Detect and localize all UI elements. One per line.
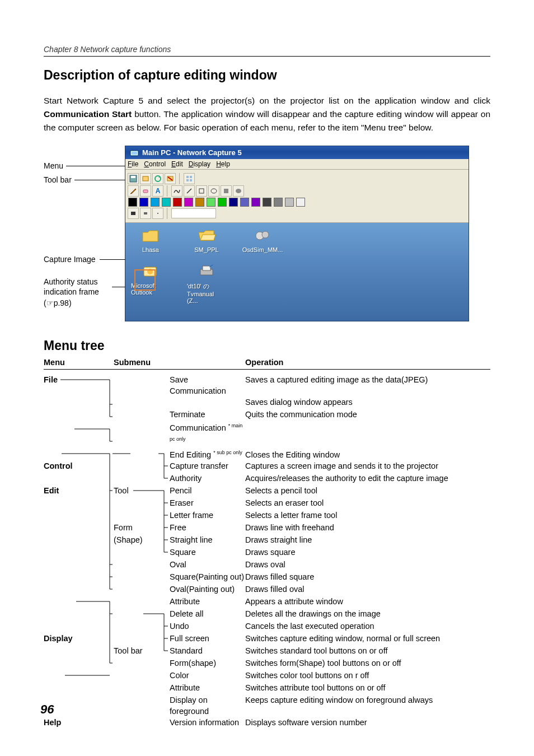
tree-sub2-cell: Letter frame (170, 510, 245, 521)
color-swatch[interactable] (139, 198, 148, 207)
color-swatch[interactable] (251, 198, 260, 207)
tree-sub2-cell: Free (170, 522, 245, 533)
label-auth3: (☞p.98) (44, 298, 72, 307)
menubar[interactable]: FFileile Control Edit Display Help (125, 159, 469, 170)
color-swatch[interactable] (229, 198, 238, 207)
desktop-icon[interactable]: Lhasa (131, 227, 170, 253)
line-thick-icon[interactable] (128, 208, 139, 219)
tree-sub2-cell: Square(Painting out) (170, 571, 245, 582)
letter-frame-icon[interactable]: A (152, 185, 163, 197)
desktop-icon-label: SM_PPL (194, 246, 218, 253)
color-swatch[interactable] (151, 198, 160, 207)
svg-rect-1 (132, 152, 137, 155)
authority-indication-frame (134, 269, 156, 291)
tree-operation-cell: Selects a pencil tool (245, 485, 490, 496)
color-swatch[interactable] (207, 198, 216, 207)
grid-icon[interactable] (184, 173, 195, 184)
color-swatch[interactable] (263, 198, 271, 207)
color-swatch[interactable] (240, 198, 249, 207)
menu-help[interactable]: Help (216, 160, 230, 168)
svg-rect-3 (131, 176, 135, 178)
desktop-icon[interactable]: SM_PPL (187, 227, 226, 253)
tree-menu-cell: Help (44, 717, 114, 728)
menu-edit[interactable]: Edit (171, 160, 183, 168)
pencil-icon[interactable] (128, 185, 139, 197)
window-titlebar: Main PC - Network Capture 5 (125, 146, 469, 159)
tree-sub2-cell: Standard (170, 645, 245, 656)
svg-rect-18 (131, 212, 135, 215)
tree-operation-cell: Draws filled square (245, 571, 490, 582)
tree-operation-cell: Draws oval (245, 559, 490, 570)
tree-row: EditToolPencilSelects a pencil tool (44, 485, 490, 497)
free-line-icon[interactable] (171, 185, 182, 197)
square-icon[interactable] (196, 185, 207, 197)
tree-row: AuthorityAcquires/releases the authority… (44, 473, 490, 485)
desktop-icon[interactable]: 'dt10' の Tvmanual (Z... (187, 263, 226, 304)
label-menu: Menu (44, 161, 63, 170)
svg-line-13 (187, 189, 191, 193)
svg-rect-26 (203, 266, 210, 270)
tree-operation-cell: Captures a screen image and sends it to … (245, 460, 490, 472)
intro-bold: Communication Start (44, 109, 132, 119)
tree-menu-cell: Display (44, 633, 114, 644)
tree-row: Delete allDeletes all the drawings on th… (44, 608, 490, 620)
color-swatch[interactable] (162, 198, 171, 207)
desktop-icon-label: Lhasa (142, 246, 159, 253)
tree-operation-cell: Draws square (245, 547, 490, 558)
svg-rect-14 (199, 189, 204, 193)
tree-row: Form(shape)Switches form(Shape) tool but… (44, 657, 490, 670)
desktop-icon[interactable]: OsdSim_MM... (243, 227, 282, 253)
tree-row: FormFreeDraws line with freehand (44, 522, 490, 534)
app-window: Main PC - Network Capture 5 FFileile Con… (125, 146, 469, 321)
tree-row: AttributeAppears a attribute window (44, 596, 490, 608)
svg-rect-19 (144, 212, 147, 214)
color-swatch[interactable] (184, 198, 193, 207)
menu-control[interactable]: Control (144, 160, 166, 168)
line-thin-icon[interactable] (152, 208, 163, 219)
svg-rect-11 (190, 179, 192, 181)
svg-rect-20 (157, 213, 158, 214)
tree-sub2-cell: Form(shape) (170, 657, 245, 669)
eraser-icon[interactable] (140, 185, 151, 197)
tree-row: UndoCancels the last executed operation (44, 620, 490, 633)
svg-point-15 (211, 189, 217, 193)
opacity-slider[interactable] (171, 208, 216, 218)
tree-sub2-cell: End Editing * sub pc only (170, 447, 245, 460)
intro-paragraph: Start Network Capture 5 and select the p… (44, 94, 490, 134)
capture-icon[interactable] (140, 173, 151, 184)
tree-operation-cell: Closes the Editing window (245, 449, 490, 460)
filled-oval-icon[interactable] (233, 185, 244, 197)
menu-file[interactable]: FFileile (128, 160, 138, 168)
tree-sub2-cell: Version information (170, 717, 245, 728)
line-med-icon[interactable] (140, 208, 151, 219)
color-swatch[interactable] (296, 198, 305, 207)
color-swatch[interactable] (128, 198, 137, 207)
tree-row: OvalDraws oval (44, 559, 490, 571)
tree-sub2-cell: Pencil (170, 485, 245, 496)
stop-icon[interactable] (165, 173, 176, 184)
straight-line-icon[interactable] (184, 185, 195, 197)
tree-operation-cell: Appears a attribute window (245, 596, 490, 607)
color-swatch[interactable] (285, 198, 294, 207)
color-swatch[interactable] (173, 198, 182, 207)
col-header-operation: Operation (245, 358, 490, 367)
tree-sub2-cell: Color (170, 670, 245, 681)
color-swatch[interactable] (218, 198, 227, 207)
filled-square-icon[interactable] (221, 185, 232, 197)
color-swatch[interactable] (274, 198, 283, 207)
refresh-icon[interactable] (152, 173, 163, 184)
oval-icon[interactable] (208, 185, 219, 197)
tree-row: EraserSelects an eraser tool (44, 497, 490, 510)
save-icon[interactable] (128, 173, 139, 184)
folder-open-icon (197, 227, 216, 244)
tree-body: FileSave CommunicationSaves a captured e… (44, 374, 490, 729)
svg-rect-10 (186, 179, 189, 181)
color-swatch[interactable] (195, 198, 204, 207)
menu-display[interactable]: Display (189, 160, 210, 168)
tree-sub2-cell: Display on foreground (170, 694, 245, 717)
tree-menu-cell: Control (44, 460, 114, 472)
tree-row: Oval(Painting out)Draws filled oval (44, 584, 490, 596)
tree-operation-cell: Switches standard tool buttons on or off (245, 645, 490, 656)
tree-sub2-cell: Square (170, 547, 245, 558)
tree-sub2-cell: Oval(Painting out) (170, 584, 245, 595)
